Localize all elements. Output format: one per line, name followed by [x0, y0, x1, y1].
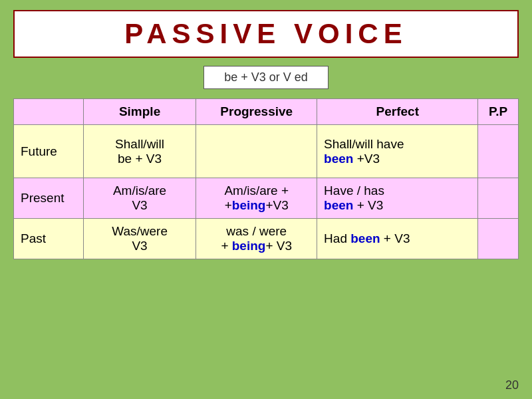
- main-container: PASSIVE VOICE be + V3 or V ed Simple Pro…: [13, 10, 519, 259]
- header-progressive: Progressive: [196, 99, 317, 125]
- present-been: been: [324, 198, 353, 212]
- past-label: Past: [14, 219, 84, 259]
- present-pp: [478, 178, 519, 219]
- present-being: being: [232, 198, 266, 212]
- past-simple: Was/were V3: [83, 219, 196, 259]
- table-header-row: Simple Progressive Perfect P.P: [14, 99, 519, 125]
- header-perfect: Perfect: [317, 99, 478, 125]
- present-progressive: Am/is/are ++being+V3: [196, 178, 317, 219]
- past-perfect: Had been + V3: [317, 219, 478, 259]
- past-been: been: [350, 231, 380, 245]
- past-being: being: [232, 239, 266, 253]
- table-row-past: Past Was/were V3 was / were + being+ V3 …: [14, 219, 519, 259]
- past-progressive: was / were + being+ V3: [196, 219, 317, 259]
- future-simple: Shall/will be + V3: [83, 125, 196, 178]
- present-perfect: Have / has been + V3: [317, 178, 478, 219]
- future-label: Future: [14, 125, 84, 178]
- present-simple: Am/is/are V3: [83, 178, 196, 219]
- table-row-present: Present Am/is/are V3 Am/is/are ++being+V…: [14, 178, 519, 219]
- header-simple: Simple: [83, 99, 196, 125]
- formula-text: be + V3 or V ed: [224, 70, 308, 84]
- formula-box: be + V3 or V ed: [203, 66, 329, 89]
- page-title: PASSIVE VOICE: [124, 18, 407, 49]
- future-pp: [478, 125, 519, 178]
- future-perfect: Shall/will have been +V3: [317, 125, 478, 178]
- title-box: PASSIVE VOICE: [13, 10, 519, 58]
- passive-voice-table: Simple Progressive Perfect P.P Future Sh…: [13, 98, 519, 259]
- past-pp: [478, 219, 519, 259]
- future-been: been: [324, 152, 353, 166]
- header-pp: P.P: [478, 99, 519, 125]
- table-row-future: Future Shall/will be + V3 Shall/will hav…: [14, 125, 519, 178]
- future-progressive: [196, 125, 317, 178]
- page-number: 20: [505, 378, 519, 392]
- header-empty: [14, 99, 84, 125]
- present-label: Present: [14, 178, 84, 219]
